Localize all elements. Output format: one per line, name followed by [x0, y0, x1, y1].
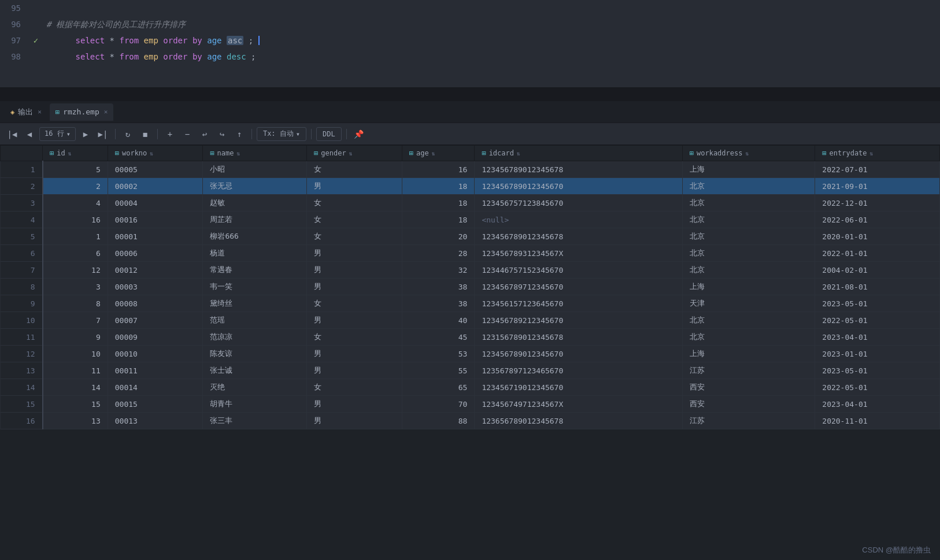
cell-name[interactable]: 张无忌 [203, 178, 307, 195]
cell-name[interactable]: 赵敏 [203, 195, 307, 212]
last-page-button[interactable]: ▶| [95, 127, 110, 141]
cell-age[interactable]: 18 [402, 195, 475, 212]
cell-id[interactable]: 4 [43, 195, 108, 212]
cell-name[interactable]: 灭绝 [203, 379, 307, 396]
cell-workaddress[interactable]: 上海 [682, 161, 815, 178]
cell-name[interactable]: 柳岩666 [203, 228, 307, 245]
refresh-button[interactable]: ↻ [120, 127, 135, 141]
cell-name[interactable]: 黛绮丝 [203, 295, 307, 312]
cell-workaddress[interactable]: 北京 [682, 262, 815, 279]
table-row[interactable]: 2 2 00002 张无忌 男 18 123456789012345670 北京… [1, 178, 940, 195]
prev-page-button[interactable]: ◀ [22, 127, 37, 141]
cell-gender[interactable]: 女 [307, 161, 402, 178]
cell-id[interactable]: 9 [43, 329, 108, 346]
tab-table[interactable]: ⊞ rmzh.emp ✕ [50, 103, 113, 121]
cell-workaddress[interactable]: 北京 [682, 178, 815, 195]
cell-gender[interactable]: 男 [307, 413, 402, 429]
cell-name[interactable]: 周芷若 [203, 212, 307, 228]
th-age[interactable]: ⊞ age ⇅ [402, 146, 475, 161]
cell-gender[interactable]: 男 [307, 362, 402, 379]
table-row[interactable]: 7 12 00012 常遇春 男 32 123446757152345670 北… [1, 262, 940, 279]
cell-age[interactable]: 38 [402, 279, 475, 295]
cell-age[interactable]: 32 [402, 262, 475, 279]
cell-workno[interactable]: 00009 [108, 329, 203, 346]
cell-gender[interactable]: 男 [307, 396, 402, 413]
cell-entrydate[interactable]: 2022-12-01 [815, 195, 940, 212]
cell-entrydate[interactable]: 2023-04-01 [815, 396, 940, 413]
stop-button[interactable]: ◼ [138, 127, 153, 141]
cell-age[interactable]: 18 [402, 212, 475, 228]
cell-age[interactable]: 45 [402, 329, 475, 346]
cell-workaddress[interactable]: 北京 [682, 212, 815, 228]
cell-workaddress[interactable]: 北京 [682, 245, 815, 262]
table-row[interactable]: 3 4 00004 赵敏 女 18 123456757123845670 北京 … [1, 195, 940, 212]
cell-idcard[interactable]: 123456719012345670 [475, 379, 682, 396]
cell-name[interactable]: 范瑶 [203, 312, 307, 329]
first-page-button[interactable]: |◀ [5, 127, 20, 141]
cell-id[interactable]: 5 [43, 161, 108, 178]
cell-entrydate[interactable]: 2023-01-01 [815, 346, 940, 362]
cell-gender[interactable]: 女 [307, 379, 402, 396]
cell-id[interactable]: 14 [43, 379, 108, 396]
cell-age[interactable]: 53 [402, 346, 475, 362]
cell-id[interactable]: 3 [43, 279, 108, 295]
cell-entrydate[interactable]: 2004-02-01 [815, 262, 940, 279]
cell-workaddress[interactable]: 江苏 [682, 362, 815, 379]
cell-workno[interactable]: 00001 [108, 228, 203, 245]
cell-entrydate[interactable]: 2020-01-01 [815, 228, 940, 245]
table-row[interactable]: 13 11 00011 张士诚 男 55 123567897123465670 … [1, 362, 940, 379]
cell-age[interactable]: 70 [402, 396, 475, 413]
table-row[interactable]: 6 6 00006 杨道 男 28 12345678931234567X 北京 … [1, 245, 940, 262]
row-count-selector[interactable]: 16 行 ▾ [39, 127, 76, 141]
cell-age[interactable]: 18 [402, 178, 475, 195]
cell-workno[interactable]: 00014 [108, 379, 203, 396]
cell-age[interactable]: 16 [402, 161, 475, 178]
cell-workaddress[interactable]: 天津 [682, 295, 815, 312]
cell-idcard[interactable]: 123456789712345670 [475, 279, 682, 295]
cell-gender[interactable]: 男 [307, 178, 402, 195]
apply-button[interactable]: ↑ [232, 127, 247, 141]
cell-name[interactable]: 小昭 [203, 161, 307, 178]
cell-gender[interactable]: 女 [307, 329, 402, 346]
cell-idcard[interactable]: 123446757152345670 [475, 262, 682, 279]
cell-entrydate[interactable]: 2023-04-01 [815, 329, 940, 346]
cell-age[interactable]: 40 [402, 312, 475, 329]
tab-output-close[interactable]: ✕ [38, 108, 42, 116]
table-row[interactable]: 4 16 00016 周芷若 女 18 <null> 北京 2022-06-01 [1, 212, 940, 228]
cell-workno[interactable]: 00005 [108, 161, 203, 178]
cell-idcard[interactable]: 123656789012345678 [475, 413, 682, 429]
cell-age[interactable]: 65 [402, 379, 475, 396]
add-row-button[interactable]: + [162, 127, 177, 141]
th-gender[interactable]: ⊞ gender ⇅ [307, 146, 402, 161]
pin-button[interactable]: 📌 [351, 127, 367, 141]
cell-gender[interactable]: 男 [307, 279, 402, 295]
redo-button[interactable]: ↪ [214, 127, 230, 141]
cell-workaddress[interactable]: 江苏 [682, 413, 815, 429]
cell-idcard[interactable]: <null> [475, 212, 682, 228]
cell-workno[interactable]: 00007 [108, 312, 203, 329]
cell-workno[interactable]: 00002 [108, 178, 203, 195]
table-row[interactable]: 11 9 00009 范凉凉 女 45 123156789012345678 北… [1, 329, 940, 346]
cell-idcard[interactable]: 12345674971234567X [475, 396, 682, 413]
table-row[interactable]: 1 5 00005 小昭 女 16 123456789012345678 上海 … [1, 161, 940, 178]
cell-name[interactable]: 胡青牛 [203, 396, 307, 413]
table-row[interactable]: 16 13 00013 张三丰 男 88 123656789012345678 … [1, 413, 940, 429]
cell-workno[interactable]: 00004 [108, 195, 203, 212]
cell-age[interactable]: 88 [402, 413, 475, 429]
cell-gender[interactable]: 女 [307, 295, 402, 312]
tab-output[interactable]: ◈ 输出 ✕ [5, 103, 47, 121]
cell-entrydate[interactable]: 2022-01-01 [815, 245, 940, 262]
cell-idcard[interactable]: 123456157123645670 [475, 295, 682, 312]
cell-id[interactable]: 12 [43, 262, 108, 279]
cell-workno[interactable]: 00012 [108, 262, 203, 279]
th-idcard[interactable]: ⊞ idcard ⇅ [475, 146, 682, 161]
cell-id[interactable]: 15 [43, 396, 108, 413]
th-workno[interactable]: ⊞ workno ⇅ [108, 146, 203, 161]
cell-idcard[interactable]: 123456757123845670 [475, 195, 682, 212]
table-row[interactable]: 8 3 00003 韦一笑 男 38 123456789712345670 上海… [1, 279, 940, 295]
cell-name[interactable]: 范凉凉 [203, 329, 307, 346]
cell-entrydate[interactable]: 2022-05-01 [815, 312, 940, 329]
cell-entrydate[interactable]: 2021-09-01 [815, 178, 940, 195]
th-workaddress[interactable]: ⊞ workaddress ⇅ [682, 146, 815, 161]
delete-row-button[interactable]: − [180, 127, 195, 141]
